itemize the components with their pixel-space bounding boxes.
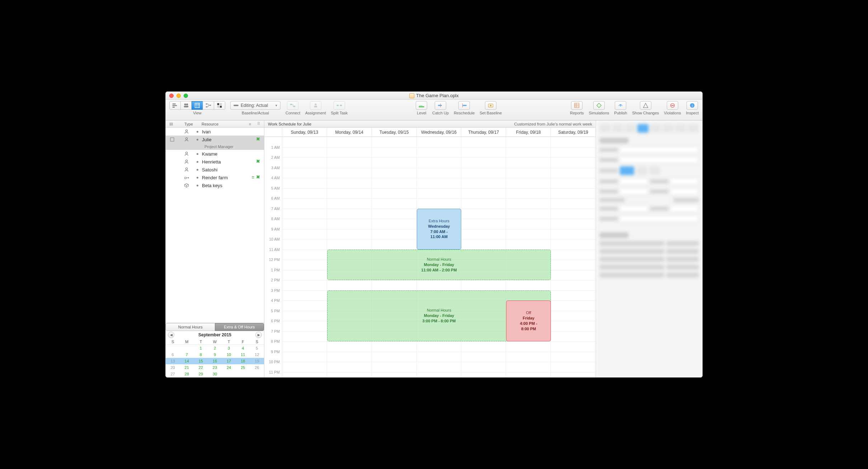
level-button[interactable] xyxy=(416,101,427,110)
cal-day[interactable]: 24 xyxy=(222,364,236,371)
baseline-dropdown[interactable]: Editing: Actual ▾ xyxy=(230,101,280,110)
cal-day[interactable]: 25 xyxy=(236,364,250,371)
cal-day[interactable]: 1 xyxy=(194,345,208,351)
time-label: 11 AM xyxy=(269,247,280,252)
app-window: The Game Plan.oplx View Editing: Actual … xyxy=(165,91,703,378)
cal-day[interactable]: 30 xyxy=(208,371,222,377)
event-normal1[interactable]: Normal HoursMonday - Friday11:00 AM - 2:… xyxy=(327,250,551,280)
cal-day[interactable]: 9 xyxy=(208,351,222,358)
svg-rect-25 xyxy=(421,105,423,106)
cal-day[interactable]: 13 xyxy=(166,358,180,364)
header-group-icon[interactable]: ⠿ xyxy=(256,122,261,127)
day-header[interactable]: Friday, 09/18 xyxy=(506,128,551,137)
cal-day[interactable]: 16 xyxy=(208,358,222,364)
view-gantt-button[interactable] xyxy=(169,101,181,110)
day-header[interactable]: Sunday, 09/13 xyxy=(282,128,327,137)
cal-day[interactable] xyxy=(166,345,180,351)
cal-day[interactable] xyxy=(250,371,264,377)
simulations-button[interactable] xyxy=(593,101,605,110)
maximize-button[interactable] xyxy=(184,94,188,98)
catch-up-button[interactable] xyxy=(435,101,446,110)
reschedule-button[interactable] xyxy=(458,101,470,110)
reports-button[interactable] xyxy=(571,101,582,110)
cal-day[interactable]: 4 xyxy=(236,345,250,351)
outline-icon[interactable]: ▤ xyxy=(169,122,174,127)
resource-row-satoshi[interactable]: Satoshi xyxy=(166,166,264,174)
day-header[interactable]: Wednesday, 09/16 xyxy=(417,128,462,137)
cal-day[interactable]: 2 xyxy=(208,345,222,351)
split-task-button[interactable] xyxy=(334,101,345,110)
resource-row-ivan[interactable]: Ivan xyxy=(166,128,264,136)
cal-day[interactable]: 11 xyxy=(236,351,250,358)
day-header[interactable]: Thursday, 09/17 xyxy=(461,128,506,137)
show-changes-button[interactable] xyxy=(640,101,651,110)
sidebar-bottom: Normal Hours Extra & Off Hours ◀ Septemb… xyxy=(166,323,264,377)
cal-day[interactable] xyxy=(180,345,194,351)
tab-normal-hours[interactable]: Normal Hours xyxy=(166,323,215,331)
days-area[interactable]: Extra HoursWednesday7:00 AM -11:00 AMNor… xyxy=(282,137,596,377)
cal-day[interactable]: 10 xyxy=(222,351,236,358)
header-filter-icon[interactable]: ≡ xyxy=(247,122,253,127)
close-button[interactable] xyxy=(169,94,174,98)
svg-point-40 xyxy=(185,130,187,132)
cal-dow: T xyxy=(194,339,208,345)
cal-day[interactable]: 27 xyxy=(166,371,180,377)
reschedule-group: Reschedule xyxy=(454,101,475,119)
cal-day[interactable]: 19 xyxy=(250,358,264,364)
minimize-button[interactable] xyxy=(176,94,181,98)
cal-day[interactable]: 20 xyxy=(166,364,180,371)
cal-day[interactable]: 5 xyxy=(250,345,264,351)
cal-day[interactable]: 26 xyxy=(250,364,264,371)
violations-button[interactable] xyxy=(667,101,678,110)
cal-day[interactable]: 14 xyxy=(180,358,194,364)
cal-day[interactable]: 21 xyxy=(180,364,194,371)
cal-day[interactable]: 23 xyxy=(208,364,222,371)
cal-day[interactable]: 6 xyxy=(166,351,180,358)
resource-row-henrietta[interactable]: Henrietta xyxy=(166,158,264,166)
day-header[interactable]: Tuesday, 09/15 xyxy=(372,128,417,137)
inspect-button[interactable]: i xyxy=(687,101,698,110)
cal-day[interactable]: 17 xyxy=(222,358,236,364)
day-header[interactable]: Saturday, 09/19 xyxy=(551,128,596,137)
connect-button[interactable] xyxy=(287,101,298,110)
time-label: 9 PM xyxy=(271,350,280,354)
tab-extra-off-hours[interactable]: Extra & Off Hours xyxy=(215,323,264,331)
view-resource-button[interactable] xyxy=(180,101,192,110)
cal-day[interactable]: 15 xyxy=(194,358,208,364)
cal-day[interactable]: 3 xyxy=(222,345,236,351)
cal-next-button[interactable]: ▶ xyxy=(255,332,262,338)
svg-rect-46 xyxy=(185,177,186,179)
cal-day[interactable]: 22 xyxy=(194,364,208,371)
cal-day[interactable]: 12 xyxy=(250,351,264,358)
time-label: 1 AM xyxy=(271,145,280,150)
cal-day[interactable]: 18 xyxy=(236,358,250,364)
cal-day[interactable] xyxy=(222,371,236,377)
resource-row-kwame[interactable]: Kwame xyxy=(166,150,264,158)
view-network-button[interactable] xyxy=(203,101,214,110)
cal-day[interactable] xyxy=(236,371,250,377)
time-label: 3 PM xyxy=(271,288,280,293)
cal-day[interactable]: 7 xyxy=(180,351,194,358)
resource-subtitle: Project Manager xyxy=(166,143,264,150)
event-extra[interactable]: Extra HoursWednesday7:00 AM -11:00 AM xyxy=(417,209,462,250)
resource-row-julie[interactable]: Julie xyxy=(166,136,264,143)
time-label: 12 PM xyxy=(269,257,280,262)
cal-day[interactable]: 28 xyxy=(180,371,194,377)
person-icon xyxy=(176,129,197,134)
day-header[interactable]: Monday, 09/14 xyxy=(327,128,372,137)
col-resource-header[interactable]: Resource xyxy=(202,122,244,126)
cal-prev-button[interactable]: ◀ xyxy=(168,332,174,338)
assignment-button[interactable] xyxy=(310,101,321,110)
cal-day[interactable]: 29 xyxy=(194,371,208,377)
event-off[interactable]: OffFriday4:00 PM -8:00 PM xyxy=(506,300,551,341)
publish-button[interactable] xyxy=(615,101,626,110)
view-style-button[interactable] xyxy=(214,101,225,110)
resource-row-beta-keys[interactable]: Beta keys xyxy=(166,181,264,189)
schedule-body[interactable]: 1 AM2 AM3 AM4 AM5 AM6 AM7 AM8 AM9 AM10 A… xyxy=(264,137,596,377)
cal-day[interactable]: 8 xyxy=(194,351,208,358)
resource-row-render-farm[interactable]: Render farm= xyxy=(166,174,264,181)
view-calendar-button[interactable] xyxy=(192,101,203,110)
set-baseline-button[interactable] xyxy=(485,101,496,110)
document-icon xyxy=(409,93,414,98)
col-type-header[interactable]: Type xyxy=(177,122,198,126)
